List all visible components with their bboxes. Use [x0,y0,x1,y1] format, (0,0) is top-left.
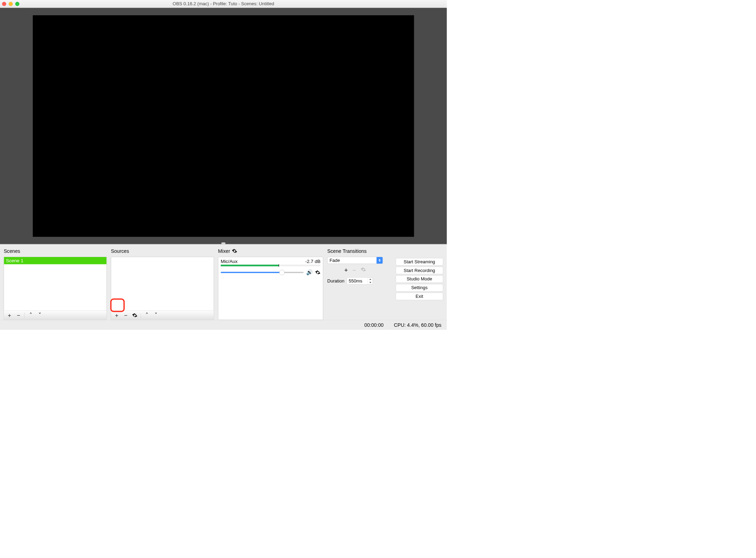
mixer-settings-button[interactable] [232,248,237,254]
minimize-window-button[interactable] [9,2,13,6]
panel-resize-grip[interactable] [221,242,226,244]
mixer-box: Mic/Aux -2.7 dB 🔊 [218,257,323,320]
gear-icon [361,267,366,272]
transitions-panel: Scene Transitions Fade + − Duration [327,247,383,320]
plus-icon: + [115,312,119,318]
chevron-up-icon [369,279,371,280]
obs-window: OBS 0.16.2 (mac) - Profile: Tuto - Scene… [0,0,447,330]
duration-spinner[interactable] [347,277,373,284]
sources-panel: Sources + − ˄ ˅ [111,247,214,320]
close-window-button[interactable] [2,2,6,6]
scenes-header: Scenes [4,247,107,256]
move-source-down-button[interactable]: ˅ [152,311,160,319]
mixer-header: Mixer [218,247,323,256]
mixer-channel-name: Mic/Aux [221,259,237,264]
add-transition-button[interactable]: + [344,267,348,274]
chevron-down-icon [369,282,371,283]
scenes-list[interactable]: Scene 1 + − ˄ ˅ [4,257,107,320]
mixer-db-readout: -2.7 dB [305,259,320,264]
sources-toolbar: + − ˄ ˅ [111,311,214,320]
status-cpu: CPU: 4.4%, 60.00 fps [394,322,441,328]
gear-icon [132,312,137,318]
remove-scene-button[interactable]: − [15,311,22,319]
volume-slider-thumb[interactable] [279,270,285,275]
titlebar: OBS 0.16.2 (mac) - Profile: Tuto - Scene… [0,0,447,8]
plus-icon: + [344,267,348,274]
duration-step-down[interactable] [368,281,373,284]
remove-transition-button[interactable]: − [353,267,356,274]
move-scene-down-button[interactable]: ˅ [36,311,44,319]
audio-meter-fill [221,265,279,266]
zoom-window-button[interactable] [15,2,20,6]
preview-area [0,8,447,244]
select-caret-icon [377,257,383,264]
mixer-label: Mixer [218,248,230,254]
chevron-up-icon: ˄ [145,312,148,319]
chevron-down-icon: ˅ [38,312,41,319]
traffic-lights [2,2,20,6]
transitions-header: Scene Transitions [327,247,383,256]
status-bar: 00:00:00 CPU: 4.4%, 60.00 fps [0,320,447,330]
actions-panel: Start Streaming Start Recording Studio M… [387,247,443,320]
duration-input[interactable] [347,278,368,284]
source-properties-button[interactable] [131,311,138,319]
scenes-toolbar: + − ˄ ˅ [4,311,106,320]
minus-icon: − [124,312,128,318]
add-source-button[interactable]: + [113,311,120,319]
audio-meter-peak [279,264,279,267]
minus-icon: − [17,312,20,318]
status-time: 00:00:00 [364,322,384,328]
settings-button[interactable]: Settings [396,284,443,291]
transition-properties-button[interactable] [361,267,366,274]
speaker-icon: 🔊 [306,269,313,276]
move-source-up-button[interactable]: ˄ [143,311,151,319]
plus-icon: + [8,312,11,318]
sources-header: Sources [111,247,214,256]
chevron-down-icon: ˅ [154,312,157,319]
audio-meter [221,265,320,266]
minus-icon: − [353,267,356,274]
duration-label: Duration [327,278,345,284]
scenes-panel: Scenes Scene 1 + − ˄ ˅ [4,247,107,320]
mixer-panel: Mixer Mic/Aux -2.7 dB 🔊 [218,247,323,320]
transition-selected-value: Fade [327,257,377,264]
move-scene-up-button[interactable]: ˄ [27,311,35,319]
start-recording-button[interactable]: Start Recording [396,267,443,274]
lower-panels: Scenes Scene 1 + − ˄ ˅ Sources + − [0,244,447,320]
transition-select[interactable]: Fade [327,257,383,264]
channel-settings-button[interactable] [315,270,320,275]
divider [24,312,25,318]
preview-canvas[interactable] [33,15,414,236]
mute-button[interactable]: 🔊 [306,269,313,276]
remove-source-button[interactable]: − [122,311,129,319]
sources-list[interactable]: + − ˄ ˅ [111,257,214,320]
divider [141,312,141,318]
start-streaming-button[interactable]: Start Streaming [396,258,443,265]
scene-item[interactable]: Scene 1 [4,257,106,264]
window-title: OBS 0.16.2 (mac) - Profile: Tuto - Scene… [0,1,447,6]
add-scene-button[interactable]: + [6,311,13,319]
exit-button[interactable]: Exit [396,293,443,300]
studio-mode-button[interactable]: Studio Mode [396,276,443,283]
volume-slider[interactable] [221,272,304,273]
chevron-up-icon: ˄ [29,312,32,319]
duration-step-up[interactable] [368,278,373,281]
